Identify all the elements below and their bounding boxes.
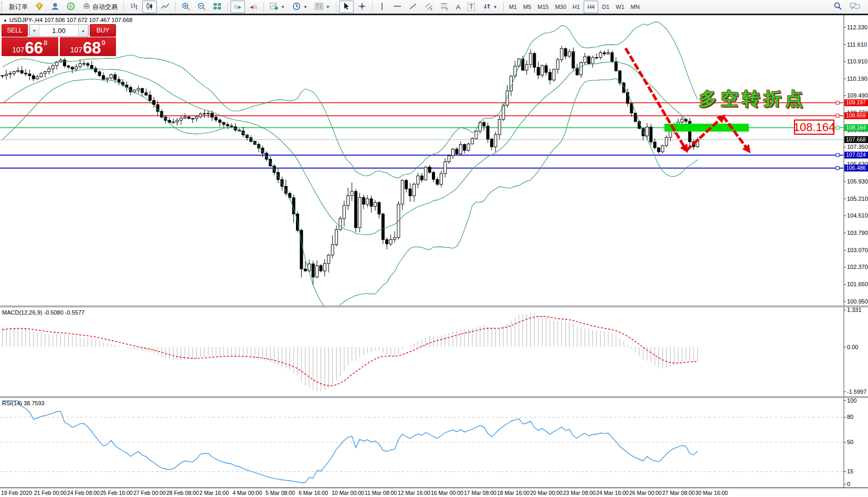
price-level-chip-label: 107.024 <box>846 152 866 158</box>
svg-text:F: F <box>446 8 448 10</box>
template-icon <box>315 2 323 12</box>
time-axis[interactable]: 19 Feb 202021 Feb 00:0024 Feb 08:0025 Fe… <box>0 488 868 497</box>
search-icon <box>833 2 842 12</box>
tab-timeframe-m1[interactable]: M1 <box>506 3 520 11</box>
time-axis-label: 19 Feb 2020 <box>1 490 32 496</box>
tab-timeframe-m5[interactable]: M5 <box>520 3 534 11</box>
price-axis-tick-label: 101.650 <box>847 281 868 287</box>
gold-gem-icon <box>35 2 44 12</box>
zoom-out-button[interactable] <box>194 1 209 13</box>
trendline-tool-button[interactable] <box>406 1 420 13</box>
community-button[interactable] <box>48 1 62 13</box>
price-axis-tick-label: 100.950 <box>847 298 868 305</box>
bollinger-bands <box>3 22 698 306</box>
tab-timeframe-w1[interactable]: W1 <box>612 3 628 11</box>
time-axis-label: 27 Feb 00:00 <box>133 490 166 496</box>
rsi-indicator-label: RSI(14) 38.7593 <box>2 400 45 406</box>
volume-spinner: ▼ 1.00 ▲ <box>29 24 89 37</box>
price-level-chip-label: 107.668 <box>846 136 866 143</box>
volume-decrease-button[interactable]: ▼ <box>29 25 39 36</box>
tab-timeframe-h4[interactable]: H4 <box>584 1 598 13</box>
horizontal-line-tool-button[interactable] <box>390 1 405 13</box>
bar-chart-icon <box>130 2 138 12</box>
line-handle-marker[interactable] <box>836 154 839 157</box>
periods-button[interactable]: ▼ <box>289 1 311 13</box>
one-click-trading-panel: SELL ▼ 1.00 ▲ BUY 107 66 8 107 68 9 <box>2 24 116 56</box>
time-axis-label: 4 Mar 00:00 <box>232 490 262 496</box>
fibonacci-tool-button[interactable]: F <box>437 1 452 13</box>
vertical-line-icon <box>378 2 386 12</box>
price-axis-tick-label: 103.070 <box>847 247 868 253</box>
zoom-in-button[interactable] <box>178 1 193 13</box>
macd-panel-canvas[interactable]: 1.3310.00-1.5997 <box>0 307 868 396</box>
sell-button[interactable]: SELL <box>2 24 28 37</box>
text-tool-button[interactable]: A <box>453 1 464 13</box>
time-axis-label: 5 Mar 08:00 <box>266 490 295 496</box>
chat-button[interactable] <box>846 1 863 13</box>
time-axis-label: 24 Feb 08:00 <box>67 490 100 496</box>
svg-text:E: E <box>430 7 432 10</box>
sell-price-button[interactable]: 107 66 8 <box>2 37 58 56</box>
main-chart-canvas[interactable]: 112.330111.610110.910110.190109.490108.7… <box>0 15 868 306</box>
line-handle-marker[interactable] <box>836 167 839 170</box>
time-axis-label: 30 Mar 16:00 <box>695 490 728 496</box>
horizontal-level-lines <box>0 101 843 170</box>
tile-windows-button[interactable] <box>210 1 225 13</box>
buy-price-big: 68 <box>83 41 101 55</box>
bar-chart-type-button[interactable] <box>126 1 141 13</box>
price-level-chip-label: 109.197 <box>846 99 866 105</box>
time-axis-label: 6 Mar 16:00 <box>299 490 328 496</box>
tab-timeframe-mn[interactable]: MN <box>628 3 643 11</box>
cursor-tool-button[interactable] <box>339 1 354 13</box>
time-axis-label: 27 Mar 08:00 <box>662 490 695 496</box>
radar-icon <box>67 2 75 12</box>
line-handle-marker[interactable] <box>836 101 839 104</box>
line-handle-marker[interactable] <box>836 126 839 129</box>
tab-timeframe-m15[interactable]: M15 <box>534 3 552 11</box>
volume-input[interactable]: 1.00 <box>39 25 78 36</box>
arrows-icon <box>482 2 491 12</box>
tab-timeframe-m30[interactable]: M30 <box>552 3 569 11</box>
toolbar-separator <box>336 2 336 12</box>
time-axis-label: 16 Mar 00:00 <box>431 490 463 496</box>
rsi-panel-canvas[interactable]: 1008050150 <box>0 398 868 488</box>
chart-shift-button[interactable] <box>246 1 261 13</box>
candlestick-chart-type-button[interactable] <box>142 1 157 13</box>
crosshair-tool-button[interactable] <box>355 1 369 13</box>
add-indicator-button[interactable]: ▼ <box>267 1 288 13</box>
text-a-icon: A <box>456 3 461 11</box>
person-cloud-icon <box>51 2 59 12</box>
collapse-triangle-icon: ▲ <box>3 18 7 23</box>
pivot-annotation-text: 多空转折点 <box>699 87 807 111</box>
new-order-button[interactable]: 新订单 <box>6 1 31 13</box>
auto-scroll-button[interactable] <box>230 1 245 13</box>
volume-increase-button[interactable]: ▲ <box>78 25 88 36</box>
tab-timeframe-d1[interactable]: D1 <box>599 3 612 11</box>
vertical-line-tool-button[interactable] <box>375 1 389 13</box>
line-handle-marker[interactable] <box>836 114 839 117</box>
search-button[interactable] <box>830 1 845 13</box>
auto-trading-button[interactable]: 自动交易 <box>79 1 121 13</box>
metaquotes-button[interactable] <box>32 1 47 13</box>
chevron-down-icon: ▼ <box>33 29 36 33</box>
arrows-tool-button[interactable]: ▼ <box>479 1 501 13</box>
toolbar-separator <box>175 2 176 12</box>
chat-icon <box>850 2 860 12</box>
rsi-line <box>3 401 698 482</box>
rsi-axis-label: 15 <box>847 468 853 474</box>
price-axis[interactable]: 112.330111.610110.910110.190109.490108.7… <box>844 15 868 306</box>
equidistant-channel-tool-button[interactable]: E <box>421 1 436 13</box>
line-chart-type-button[interactable] <box>158 1 173 13</box>
text-label-tool-button[interactable]: T <box>464 1 478 13</box>
tab-timeframe-h1[interactable]: H1 <box>569 3 583 11</box>
price-axis-tick-label: 109.490 <box>847 92 868 99</box>
macd-axis: 1.3310.00-1.5997 <box>844 307 868 396</box>
templates-button[interactable]: ▼ <box>312 1 333 13</box>
buy-button[interactable]: BUY <box>90 24 116 37</box>
macd-axis-label: 0.00 <box>847 344 858 350</box>
time-axis-label: 11 Mar 08:00 <box>365 490 397 496</box>
buy-price-prefix: 107 <box>70 46 82 54</box>
buy-price-button[interactable]: 107 68 9 <box>60 37 117 56</box>
radar-button[interactable] <box>63 1 78 13</box>
time-axis-label: 18 Mar 16:00 <box>497 490 530 496</box>
